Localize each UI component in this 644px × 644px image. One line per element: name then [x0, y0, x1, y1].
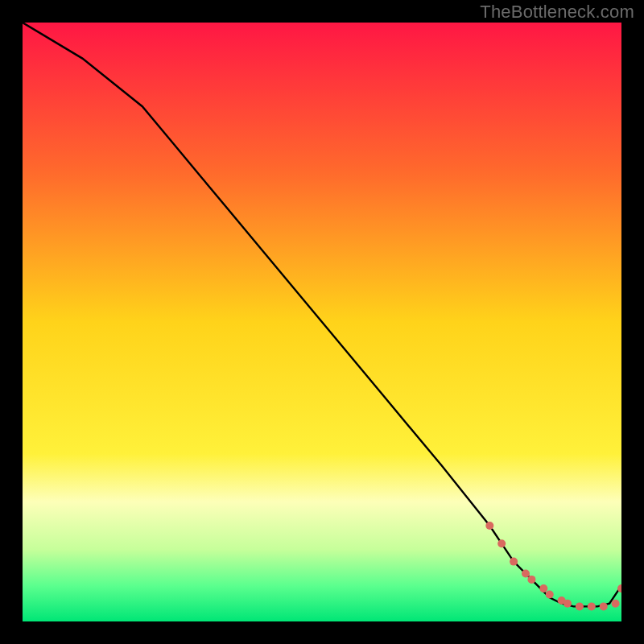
tail-dot — [510, 558, 518, 566]
chart-frame: TheBottleneck.com — [0, 0, 644, 644]
tail-dot — [612, 600, 620, 608]
tail-dot — [485, 522, 493, 530]
watermark-text: TheBottleneck.com — [480, 2, 634, 23]
tail-dot — [522, 570, 530, 578]
tail-dot — [588, 602, 596, 610]
tail-dot — [600, 602, 608, 610]
chart-svg — [23, 23, 621, 621]
plot-area — [23, 23, 621, 621]
tail-dot — [527, 576, 535, 584]
tail-dot — [576, 602, 584, 610]
tail-dot — [497, 539, 506, 547]
tail-dot — [564, 600, 572, 608]
tail-dot — [546, 591, 554, 599]
tail-dot — [539, 584, 547, 592]
